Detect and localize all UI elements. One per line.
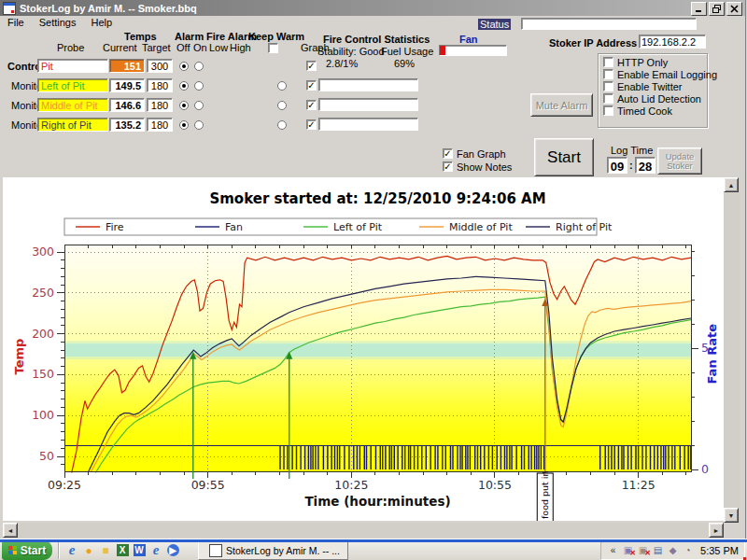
svg-text:Fan: Fan [225, 221, 243, 233]
volume-icon[interactable]: ◆ [667, 544, 679, 556]
option-checkbox-enable-email-logging[interactable] [603, 69, 613, 79]
ie-icon[interactable]: e [64, 543, 79, 558]
window-title: StokerLog by Amir M. -- Smoker.bbq [20, 3, 197, 14]
show-notes-label: Show Notes [457, 161, 512, 173]
header-current: Current [103, 42, 137, 53]
alarm-on-radio[interactable] [194, 62, 204, 71]
horizontal-scrollbar[interactable]: ◄ ► [3, 523, 724, 538]
probe-name-input[interactable]: Right of Pit [37, 118, 108, 132]
status-input[interactable] [521, 18, 697, 30]
probe-current-temp: 149.5 [109, 78, 145, 92]
keep-warm-radio[interactable] [277, 81, 287, 91]
keep-warm-master-checkbox[interactable] [268, 43, 278, 53]
option-label: Enable Twitter [617, 81, 683, 92]
log-time-hours[interactable]: 09 [607, 157, 627, 174]
probe-note-input[interactable] [318, 118, 418, 131]
graph-checkbox[interactable]: ✓ [306, 100, 317, 110]
graph-checkbox[interactable]: ✓ [306, 80, 317, 91]
fire-stats-fuel-value: 69% [394, 58, 415, 69]
quick-launch: e●■XWe▶ [63, 543, 181, 558]
minimize-button[interactable] [691, 2, 707, 16]
option-checkbox-auto-lid-detection[interactable] [603, 93, 613, 104]
header-target: Target [142, 42, 171, 53]
probe-target-input[interactable]: 300 [147, 59, 173, 73]
browser-icon[interactable]: e [148, 543, 163, 558]
scroll-right-button[interactable]: ► [709, 523, 724, 538]
option-checkbox-http-only[interactable] [603, 57, 613, 67]
fire-stats-stability-value: 2.8/1% [326, 58, 358, 69]
vertical-scrollbar[interactable]: ▲ ▼ [724, 177, 740, 523]
log-time-label: Log Time [611, 145, 653, 156]
header-keep-warm: Keep Warm [248, 31, 304, 42]
excel-icon[interactable]: X [115, 543, 130, 558]
svg-text:10:55: 10:55 [478, 478, 512, 492]
start-menu-button[interactable]: Start [2, 540, 52, 560]
menu-settings[interactable]: Settings [32, 16, 84, 29]
alarm-off-radio[interactable] [179, 81, 189, 91]
probe-target-input[interactable]: 180 [147, 118, 173, 132]
option-checkbox-enable-twitter[interactable] [603, 81, 613, 91]
alarm-off-radio[interactable] [179, 101, 189, 110]
fire-stats-title: Fire Control Statistics [323, 34, 430, 45]
folder-icon[interactable]: ■ [98, 543, 113, 558]
timer-icon[interactable]: ● [81, 543, 96, 558]
network-error-icon[interactable]: ▣✕ [622, 544, 634, 556]
svg-text:Temp: Temp [12, 339, 26, 375]
taskbar-stokerlog-button[interactable]: StokerLog by Amir M. -- ... [198, 540, 348, 560]
svg-text:food put in: food put in [540, 471, 550, 519]
probe-name-input[interactable]: Left of Pit [37, 78, 108, 92]
display-icon[interactable]: ▤ [652, 544, 664, 556]
scroll-left-button[interactable]: ◄ [3, 523, 18, 538]
collapse-chevron[interactable]: « [607, 544, 619, 556]
update-stoker-line2: Stoker [667, 161, 692, 171]
svg-text:Middle of Pit: Middle of Pit [449, 221, 513, 233]
fan-graph-checkbox[interactable]: ✓ [443, 148, 453, 159]
probe-target-input[interactable]: 180 [147, 78, 173, 92]
media-player-icon[interactable]: ▶ [165, 543, 180, 558]
restore-button[interactable] [709, 2, 725, 16]
probe-target-input[interactable]: 180 [147, 98, 173, 112]
keep-warm-radio[interactable] [277, 101, 287, 110]
option-label: Auto Lid Detection [617, 93, 701, 105]
header-probe: Probe [57, 42, 84, 53]
scroll-up-button[interactable]: ▲ [724, 177, 739, 192]
graph-checkbox[interactable]: ✓ [306, 119, 317, 130]
connection-error-icon[interactable]: ▣✕ [637, 544, 649, 556]
log-time-minutes[interactable]: 28 [635, 157, 655, 174]
graph-checkbox[interactable]: ✓ [306, 61, 317, 71]
alarm-on-radio[interactable] [194, 101, 204, 110]
tray-icons: «▣✕▣✕▤◆◔ [607, 544, 694, 556]
svg-text:250: 250 [32, 286, 54, 300]
app-icon [3, 2, 16, 15]
alarm-on-radio[interactable] [194, 81, 204, 91]
option-checkbox-timed-cook[interactable] [603, 105, 613, 116]
svg-text:50: 50 [39, 449, 54, 463]
start-button[interactable]: Start [534, 138, 594, 176]
svg-text:300: 300 [32, 245, 54, 259]
probe-note-input[interactable] [318, 98, 418, 111]
alarm-on-radio[interactable] [194, 120, 204, 130]
desktop: StokerLog by Amir M. -- Smoker.bbq FileS… [0, 0, 747, 560]
alarm-off-radio[interactable] [179, 62, 189, 71]
option-label: Enable Email Logging [617, 69, 717, 80]
stoker-ip-input[interactable]: 192.168.2.2 [639, 35, 706, 49]
show-notes-checkbox[interactable]: ✓ [443, 161, 453, 172]
alarm-off-radio[interactable] [179, 120, 189, 130]
probe-name-input[interactable]: Middle of Pit [37, 98, 108, 112]
menu-help[interactable]: Help [83, 16, 120, 29]
header-alarm: Alarm [175, 31, 204, 42]
fan-meter [439, 45, 507, 56]
keep-warm-radio[interactable] [277, 120, 287, 130]
update-stoker-button[interactable]: Update Stoker [657, 147, 702, 175]
svg-text:Fire: Fire [106, 221, 124, 233]
scroll-down-button[interactable]: ▼ [724, 508, 739, 523]
probe-note-input[interactable] [318, 78, 418, 91]
taskbar-clock: 5:35 PM [700, 545, 739, 556]
probe-name-input[interactable]: Pit [37, 59, 108, 73]
mute-alarm-button[interactable]: Mute Alarm [530, 93, 593, 117]
word-icon[interactable]: W [132, 543, 147, 558]
menu-file[interactable]: File [0, 16, 32, 29]
probe-current-temp: 146.6 [109, 98, 145, 112]
close-button[interactable] [726, 2, 742, 16]
power-icon[interactable]: ◔ [682, 544, 694, 556]
